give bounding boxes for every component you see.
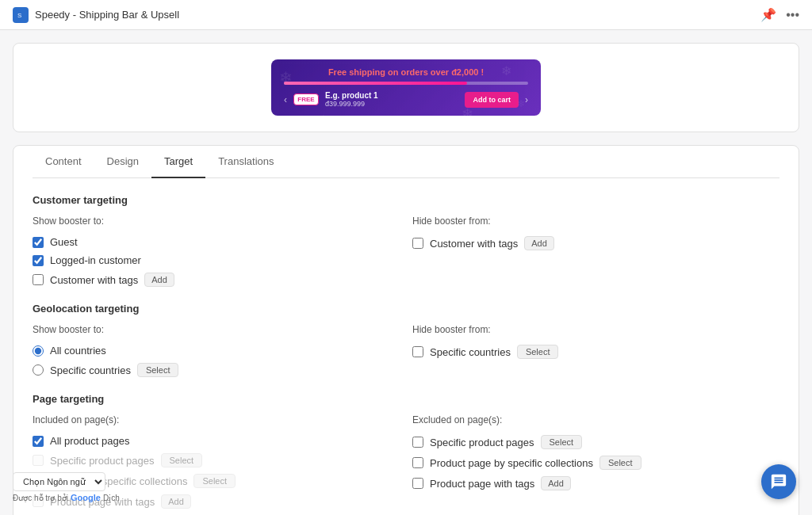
specific-countries-show-select-button[interactable]: Select: [137, 363, 179, 377]
logged-in-label: Logged-in customer: [50, 254, 141, 266]
geolocation-show-col: Show booster to: All countries Specific …: [33, 324, 400, 377]
customer-tags-show-label: Customer with tags: [50, 274, 138, 286]
tabs: Content Design Target Translations: [33, 146, 779, 178]
main-content: ❄ ❄ ❄ ❄ ❄ ❄ Free shipping on orders over…: [0, 30, 812, 515]
product-with-tags-inc-add-button[interactable]: Add: [161, 494, 191, 509]
all-countries-radio[interactable]: [33, 345, 44, 357]
specific-countries-hide-label: Specific countries: [430, 346, 511, 358]
free-badge: FREE: [293, 93, 319, 105]
config-card: Content Design Target Translations Custo…: [13, 145, 799, 515]
product-with-tags-exc-add-button[interactable]: Add: [541, 476, 571, 490]
svg-text:❄: ❄: [390, 113, 406, 116]
page-included-label: Included on page(s):: [33, 414, 400, 425]
powered-by-label: Được hỗ trợ bởi Google Dịch: [13, 493, 120, 502]
geolocation-hide-col: Hide booster from: Specific countries Se…: [412, 324, 779, 377]
top-bar: S Speedy - Shipping Bar & Upsell 📌 •••: [0, 0, 812, 30]
google-label: Google: [71, 493, 101, 502]
more-icon[interactable]: •••: [786, 8, 799, 22]
specific-product-pages-inc-label: Specific product pages: [50, 455, 155, 467]
prev-arrow[interactable]: ‹: [284, 94, 287, 105]
product-with-tags-exc-checkbox[interactable]: [412, 478, 423, 489]
logged-in-checkbox-row[interactable]: Logged-in customer: [33, 254, 400, 266]
product-with-tags-exc-label: Product page with tags: [430, 478, 534, 490]
product-by-collections-inc-select-button[interactable]: Select: [193, 474, 236, 488]
pin-icon[interactable]: 📌: [760, 7, 776, 22]
tab-content[interactable]: Content: [33, 146, 94, 178]
app-title: Speedy - Shipping Bar & Upsell: [35, 9, 179, 21]
specific-product-pages-exc-row: Specific product pages Select: [412, 435, 779, 449]
customer-tags-hide-label: Customer with tags: [430, 238, 518, 250]
customer-tags-show-add-button[interactable]: Add: [144, 273, 174, 287]
all-countries-radio-row[interactable]: All countries: [33, 345, 400, 357]
specific-product-pages-inc-checkbox[interactable]: [33, 455, 44, 466]
product-name: E.g. product 1: [325, 91, 458, 100]
svg-text:S: S: [17, 12, 21, 19]
product-by-collections-exc-label: Product page by specific collections: [430, 457, 593, 469]
customer-show-col: Show booster to: Guest Logged-in custome…: [33, 216, 400, 287]
geolocation-targeting-title: Geolocation targeting: [33, 303, 779, 315]
specific-product-pages-inc-select-button[interactable]: Select: [161, 453, 203, 467]
translate-label: Dịch: [103, 494, 120, 502]
customer-hide-col: Hide booster from: Customer with tags Ad…: [412, 216, 779, 287]
all-product-pages-row[interactable]: All product pages: [33, 435, 400, 447]
preview-card: ❄ ❄ ❄ ❄ ❄ ❄ Free shipping on orders over…: [13, 43, 799, 132]
product-price: đ39.999.999: [325, 100, 458, 108]
specific-countries-show-row: Specific countries Select: [33, 363, 400, 377]
add-to-cart-button[interactable]: Add to cart: [465, 92, 519, 108]
specific-product-pages-inc-row: Specific product pages Select: [33, 453, 400, 467]
svg-text:❄: ❄: [319, 113, 328, 116]
page-excluded-label: Excluded on page(s):: [412, 414, 779, 425]
all-product-pages-checkbox[interactable]: [33, 436, 44, 447]
customer-tags-hide-add-button[interactable]: Add: [524, 236, 554, 250]
specific-countries-show-label: Specific countries: [50, 364, 131, 376]
banner-headline: Free shipping on orders over đ2,000 !: [284, 67, 528, 77]
tab-design[interactable]: Design: [94, 146, 151, 178]
tab-translations[interactable]: Translations: [205, 146, 286, 178]
logged-in-checkbox[interactable]: [33, 255, 44, 266]
specific-product-pages-exc-checkbox[interactable]: [412, 437, 423, 448]
specific-product-pages-exc-label: Specific product pages: [430, 437, 534, 448]
customer-targeting-title: Customer targeting: [33, 194, 779, 206]
language-selector: Chọn Ngôn ngữ Được hỗ trợ bởi Google Dịc…: [13, 472, 120, 502]
customer-tags-hide-row: Customer with tags Add: [412, 236, 779, 250]
geolocation-hide-label: Hide booster from:: [412, 324, 779, 335]
chat-button[interactable]: [761, 464, 796, 499]
language-select[interactable]: Chọn Ngôn ngữ: [13, 472, 105, 491]
banner-preview: ❄ ❄ ❄ ❄ ❄ ❄ Free shipping on orders over…: [271, 59, 541, 116]
customer-targeting-cols: Show booster to: Guest Logged-in custome…: [33, 216, 779, 287]
guest-checkbox[interactable]: [33, 237, 44, 248]
specific-countries-hide-checkbox[interactable]: [412, 346, 423, 357]
customer-tags-hide-checkbox[interactable]: [412, 238, 423, 249]
geolocation-targeting-cols: Show booster to: All countries Specific …: [33, 324, 779, 377]
specific-countries-show-radio[interactable]: [33, 364, 44, 376]
product-info: E.g. product 1 đ39.999.999: [325, 91, 458, 108]
next-arrow[interactable]: ›: [525, 94, 528, 105]
tab-target[interactable]: Target: [151, 146, 205, 178]
specific-product-pages-exc-select-button[interactable]: Select: [541, 435, 583, 449]
specific-countries-hide-row: Specific countries Select: [412, 345, 779, 359]
progress-bar-fill: [284, 82, 467, 85]
product-by-collections-exc-checkbox[interactable]: [412, 457, 423, 468]
page-targeting-cols: Included on page(s): All product pages S…: [33, 414, 779, 509]
product-by-collections-exc-row: Product page by specific collections Sel…: [412, 456, 779, 470]
product-by-collections-exc-select-button[interactable]: Select: [599, 456, 642, 470]
all-countries-label: All countries: [50, 345, 106, 357]
powered-by-text: Được hỗ trợ bởi: [13, 494, 68, 502]
customer-tags-show-row: Customer with tags Add: [33, 273, 400, 287]
page-excluded-col: Excluded on page(s): Specific product pa…: [412, 414, 779, 509]
banner-row: ‹ FREE E.g. product 1 đ39.999.999 Add to…: [284, 91, 528, 108]
specific-countries-hide-select-button[interactable]: Select: [517, 345, 559, 359]
guest-checkbox-row[interactable]: Guest: [33, 236, 400, 248]
guest-label: Guest: [50, 236, 78, 248]
product-with-tags-exc-row: Product page with tags Add: [412, 476, 779, 490]
app-icon: S: [13, 7, 29, 23]
progress-bar-bg: [284, 82, 528, 85]
customer-show-label: Show booster to:: [33, 216, 400, 227]
customer-hide-label: Hide booster from:: [412, 216, 779, 227]
geolocation-show-label: Show booster to:: [33, 324, 400, 335]
customer-tags-show-checkbox[interactable]: [33, 274, 44, 285]
all-product-pages-label: All product pages: [50, 435, 129, 447]
page-targeting-title: Page targeting: [33, 393, 779, 405]
